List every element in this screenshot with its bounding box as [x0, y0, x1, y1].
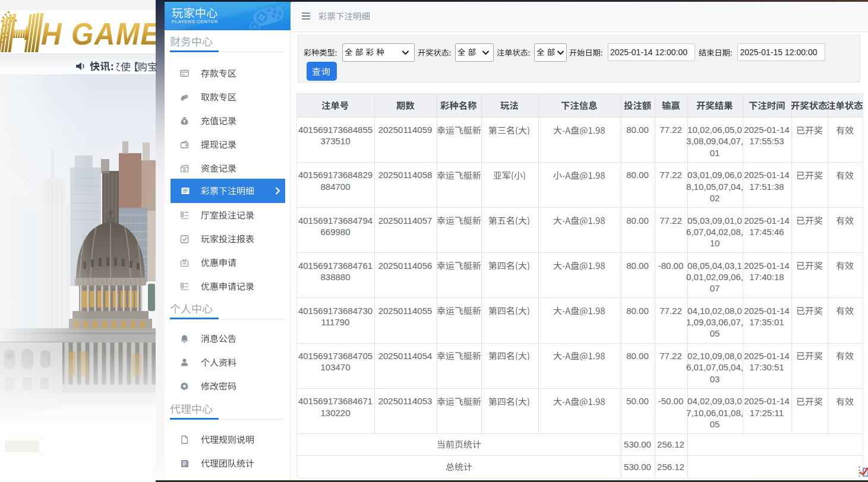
svg-text:H GAME: H GAME — [41, 17, 156, 51]
